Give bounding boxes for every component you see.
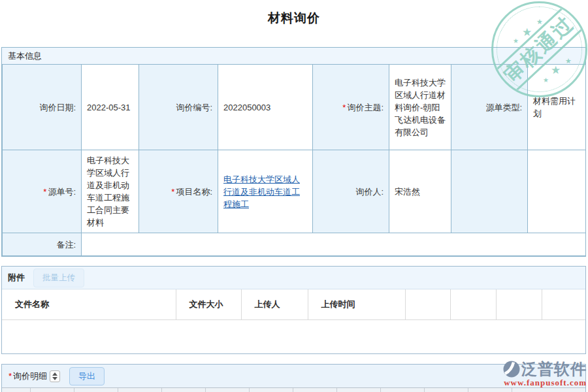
required-mark: * xyxy=(43,187,46,197)
detail-column xyxy=(293,388,337,392)
export-button[interactable]: 导出 xyxy=(69,367,105,385)
column-empty xyxy=(496,289,542,319)
sort-up-icon xyxy=(52,372,57,376)
project-name-label: *项目名称: xyxy=(139,150,218,233)
detail-column xyxy=(31,388,74,392)
empty-label-cell xyxy=(451,150,528,233)
basic-info-table: 询价日期: 2022-05-31 询价编号: 2022050003 *询价主题:… xyxy=(2,64,586,256)
inquirer-value: 宋浩然 xyxy=(389,150,451,233)
source-no-label: *源单号: xyxy=(3,150,82,233)
required-mark: * xyxy=(171,187,174,197)
inquiry-subject-value: 电子科技大学区域人行道材料询价-朝阳飞达机电设备有限公司 xyxy=(389,65,451,150)
empty-value-cell xyxy=(528,150,586,233)
detail-column xyxy=(118,388,162,392)
table-row: 询价日期: 2022-05-31 询价编号: 2022050003 *询价主题:… xyxy=(3,65,586,150)
inquiry-details-title: 询价明细 xyxy=(13,370,47,382)
table-row: *源单号: 电子科技大学区域人行道及非机动车道工程施工合同主要材料 *项目名称:… xyxy=(3,150,586,233)
star-icon: ★ xyxy=(522,25,532,39)
required-mark: * xyxy=(342,103,346,112)
batch-upload-button[interactable]: 批量上传 xyxy=(33,269,84,287)
detail-table-strip xyxy=(2,387,585,392)
source-type-value: 材料需用计划 xyxy=(528,65,586,150)
inquiry-date-value: 2022-05-31 xyxy=(82,65,139,150)
basic-info-section: 基本信息 询价日期: 2022-05-31 询价编号: 2022050003 *… xyxy=(1,47,586,257)
detail-column xyxy=(74,388,118,392)
inquiry-no-value: 2022050003 xyxy=(218,65,313,150)
source-type-label: 源单类型: xyxy=(451,65,528,150)
detail-column xyxy=(2,388,31,392)
project-name-link[interactable]: 电子科技大学区域人行道及非机动车道工程施工 xyxy=(223,174,300,209)
column-uploader: 上传人 xyxy=(241,289,308,319)
project-name-value: 电子科技大学区域人行道及非机动车道工程施工 xyxy=(218,150,313,233)
page-title: 材料询价 xyxy=(0,0,588,27)
detail-column xyxy=(250,388,293,392)
sort-down-icon xyxy=(52,377,57,380)
inquiry-details-section: * 询价明细 导出 xyxy=(1,364,586,392)
detail-column xyxy=(337,388,381,392)
remark-value xyxy=(82,233,586,256)
required-mark: * xyxy=(8,371,12,381)
detail-column xyxy=(425,388,468,392)
basic-info-title: 基本信息 xyxy=(8,50,42,62)
inquiry-details-header: * 询价明细 导出 xyxy=(2,365,585,387)
table-row: 备注: xyxy=(3,233,586,256)
detail-column xyxy=(381,388,425,392)
attachments-header-row: 文件名称 文件大小 上传人 上传时间 xyxy=(2,289,585,319)
inquiry-no-label: 询价编号: xyxy=(139,65,218,150)
attachments-table: 文件名称 文件大小 上传人 上传时间 xyxy=(2,289,585,320)
detail-column xyxy=(162,388,206,392)
sort-icon[interactable] xyxy=(50,370,60,382)
detail-column xyxy=(512,388,585,392)
column-file-size: 文件大小 xyxy=(176,289,241,319)
source-no-value: 电子科技大学区域人行道及非机动车道工程施工合同主要材料 xyxy=(82,150,139,233)
remark-label: 备注: xyxy=(3,233,82,256)
inquiry-subject-label: *询价主题: xyxy=(313,65,389,150)
column-upload-time: 上传时间 xyxy=(308,289,405,319)
column-empty xyxy=(405,289,450,319)
attachments-header: 附件 批量上传 xyxy=(2,267,585,289)
detail-column xyxy=(206,388,250,392)
column-file-name: 文件名称 xyxy=(2,289,176,319)
inquiry-date-label: 询价日期: xyxy=(3,65,82,150)
column-empty xyxy=(450,289,496,319)
attachments-title: 附件 xyxy=(8,272,25,284)
detail-column xyxy=(468,388,512,392)
star-icon: ★ xyxy=(513,37,519,44)
inquirer-label: 询价人: xyxy=(313,150,389,233)
attachments-section: 附件 批量上传 文件名称 文件大小 上传人 上传时间 xyxy=(1,266,586,354)
column-empty xyxy=(542,289,585,319)
basic-info-header: 基本信息 xyxy=(2,48,585,64)
